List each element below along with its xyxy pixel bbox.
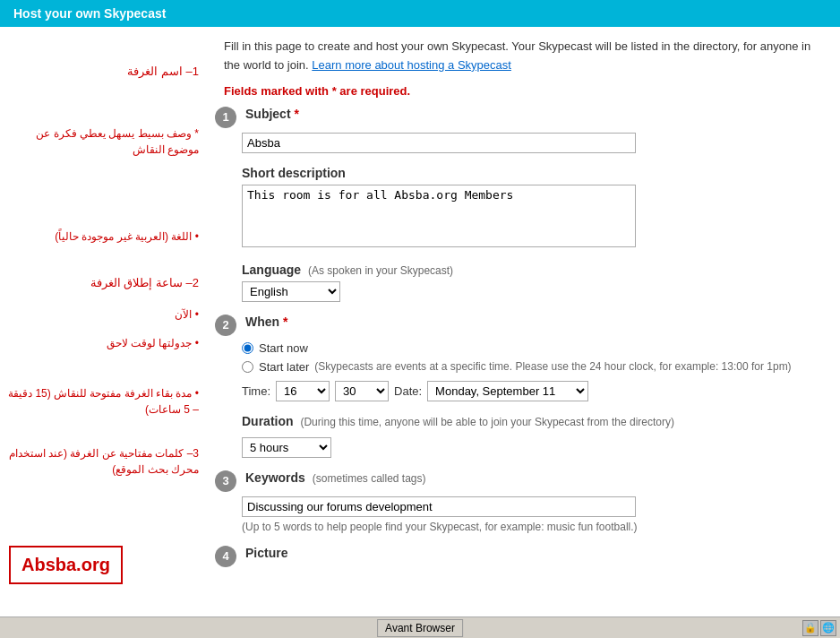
logo-box: Absba.org: [9, 546, 123, 584]
annotation-4: 2– ساعة إطلاق الغرفة: [7, 274, 199, 292]
duration-section: Duration (During this time, anyone will …: [242, 414, 831, 458]
time-hour-select[interactable]: 14 15 16 17 18: [276, 381, 330, 401]
when-section: 2 When * Start now Start later: [215, 315, 831, 401]
start-later-hint: (Skypecasts are events at a specific tim…: [314, 360, 791, 373]
intro-text: Fill in this page to create and host you…: [215, 27, 831, 80]
annotation-5: • الآن: [7, 306, 199, 323]
main-area: 1– اسم الغرفة * وصف بسيط يسهل يعطي فكرة …: [0, 27, 840, 616]
subject-input[interactable]: [242, 133, 636, 153]
duration-select[interactable]: 1 hour 2 hours 3 hours 4 hours 5 hours: [242, 437, 331, 458]
start-now-radio[interactable]: [242, 342, 253, 354]
duration-label: Duration (During this time, anyone will …: [242, 414, 831, 428]
language-section: Language (As spoken in your Skypecast) E…: [242, 263, 831, 302]
subject-label: Subject *: [245, 107, 299, 121]
annotation-8: 3– كلمات مفتاحية عن الغرفة (عند استخدام …: [7, 445, 199, 478]
annotation-6: • جدولتها لوقت لاحق: [7, 335, 199, 351]
subject-section: 1 Subject *: [215, 107, 831, 153]
annotation-1: 1– اسم الغرفة: [7, 63, 199, 81]
header-title: Host your own Skypecast: [13, 6, 166, 21]
keywords-hint: (Up to 5 words to help people find your …: [242, 521, 831, 533]
language-label: Language (As spoken in your Skypecast): [242, 263, 831, 277]
step-circle-2: 2: [215, 315, 236, 336]
description-textarea[interactable]: This room is for all Absba.org Members: [242, 185, 636, 247]
annotation-2: * وصف بسيط يسهل يعطي فكرة عن موضوع النقا…: [7, 125, 199, 158]
left-panel: 1– اسم الغرفة * وصف بسيط يسهل يعطي فكرة …: [0, 27, 206, 616]
keywords-label: Keywords (sometimes called tags): [245, 470, 426, 485]
keywords-input[interactable]: [242, 496, 636, 517]
date-label: Date:: [394, 384, 422, 398]
picture-section: 4 Picture: [215, 546, 831, 567]
learn-more-link[interactable]: Learn more about hosting a Skypecast: [312, 58, 511, 72]
start-now-row: Start now: [242, 341, 831, 355]
logo-text: Absba.org: [21, 555, 110, 574]
start-later-row: Start later (Skypecasts are events at a …: [242, 360, 831, 374]
lock-icon: 🔒: [802, 620, 819, 636]
start-now-label: Start now: [259, 341, 308, 355]
language-select[interactable]: English Arabic French German Spanish: [242, 281, 340, 302]
status-bar: Avant Browser 🔒 🌐: [0, 616, 840, 638]
when-label: When *: [245, 315, 287, 329]
annotation-7: • مدة بقاء الغرفة مفتوحة للنقاش (15 دقيق…: [7, 385, 199, 418]
globe-icon: 🌐: [820, 620, 836, 636]
header-bar: Host your own Skypecast: [0, 0, 840, 27]
required-note: Fields marked with * are required.: [215, 80, 831, 107]
start-later-label: Start later: [259, 360, 309, 374]
time-min-select[interactable]: 00 15 30 45: [335, 381, 389, 401]
picture-label: Picture: [245, 546, 287, 560]
status-bar-label: Avant Browser: [377, 619, 463, 637]
status-bar-icons: 🔒 🌐: [802, 620, 836, 636]
description-label: Short description: [242, 166, 831, 180]
page-wrapper: Host your own Skypecast 1– اسم الغرفة * …: [0, 0, 840, 638]
keywords-section: 3 Keywords (sometimes called tags) (Up t…: [215, 470, 831, 533]
description-section: Short description This room is for all A…: [242, 166, 831, 250]
step-circle-1: 1: [215, 107, 236, 128]
start-later-radio[interactable]: [242, 361, 253, 373]
time-label: Time:: [242, 384, 270, 398]
time-row: Time: 14 15 16 17 18 00 15 30 45: [242, 381, 831, 401]
date-select[interactable]: Monday, September 11 Tuesday, September …: [427, 381, 588, 401]
step-circle-4: 4: [215, 546, 236, 567]
form-area: Fill in this page to create and host you…: [206, 27, 840, 616]
annotation-3: • اللغة (العربية غير موجودة حالياً): [7, 228, 199, 245]
step-circle-3: 3: [215, 470, 236, 492]
